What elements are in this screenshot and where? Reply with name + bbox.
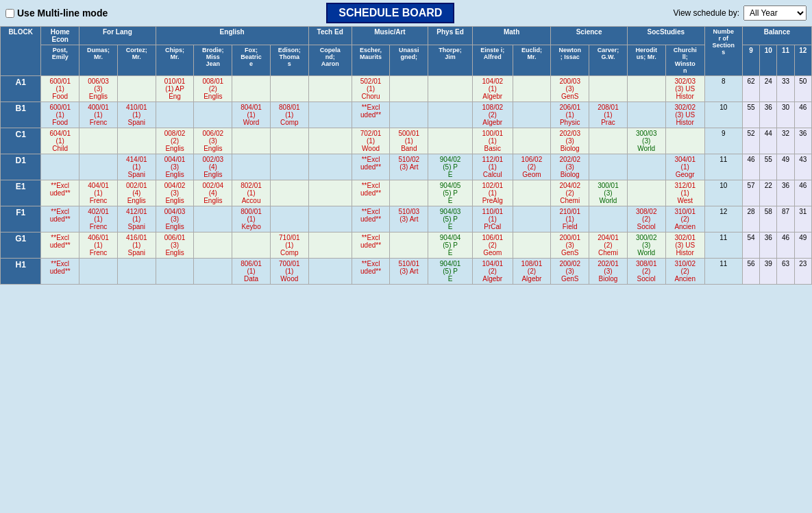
teacher-fox: Fox;Beatrice [232, 45, 271, 76]
table-cell: 802/01(1)Accou [232, 180, 271, 206]
table-cell: 312/01(1)West [665, 180, 704, 206]
table-cell: **Excluded** [352, 180, 390, 206]
table-cell [308, 180, 352, 206]
table-cell [627, 154, 665, 180]
teacher-newton: Newton; Issac [551, 45, 589, 76]
table-cell: 710/01(1)Comp [270, 232, 308, 259]
balance-cell: 46 [742, 154, 759, 180]
table-cell: 200/01(3)GenS [551, 232, 589, 259]
table-cell [308, 154, 352, 180]
table-cell [270, 154, 308, 180]
table-cell: 904/02(5) PE [428, 154, 473, 180]
table-cell [665, 128, 704, 154]
table-cell: **Excluded** [352, 102, 390, 128]
num-sections-cell: 9 [704, 128, 742, 154]
teacher-heroditus: Heroditus; Mr. [627, 45, 665, 76]
table-cell [270, 180, 308, 206]
table-cell: 702/01(1)Wood [352, 128, 390, 154]
balance-cell: 49 [794, 232, 811, 259]
table-cell: 108/02(2)Algebr [472, 102, 513, 128]
table-cell: 202/02(3)Biolog [551, 154, 589, 180]
table-cell: 104/02(1)Algebr [472, 76, 513, 102]
table-cell [589, 206, 628, 232]
table-cell: 108/01(2)Algebr [513, 259, 551, 285]
table-cell [513, 128, 551, 154]
table-cell: 406/01(1)Frenc [79, 232, 118, 259]
table-cell: 600/01(1)Food [41, 102, 79, 128]
bal10-header: 10 [760, 45, 777, 76]
table-cell [270, 128, 308, 154]
table-cell: 204/02(2)Chemi [551, 180, 589, 206]
table-cell: 002/04(4)Englis [194, 180, 232, 206]
schedule-table: BLOCK HomeEcon For Lang English Tech Ed … [0, 26, 812, 285]
table-cell [232, 232, 271, 259]
view-schedule-select[interactable]: All Year Semester 1 Semester 2 [743, 5, 807, 21]
table-cell: 800/01(1)Keybo [232, 206, 271, 232]
table-cell [513, 102, 551, 128]
table-cell: 206/01(1)Physic [551, 102, 589, 128]
balance-cell: 49 [777, 154, 794, 180]
table-cell: 002/03(4)Englis [194, 154, 232, 180]
table-cell [390, 232, 428, 259]
table-cell: 210/01(1)Field [551, 206, 589, 232]
num-sections-cell: 12 [704, 206, 742, 232]
multi-line-checkbox[interactable] [5, 9, 14, 18]
table-cell: 110/01(1)PrCal [472, 206, 513, 232]
table-cell: **Excluded** [41, 232, 79, 259]
table-cell [513, 76, 551, 102]
balance-cell: 36 [794, 128, 811, 154]
teacher-thorpe: Thorpe;Jim [428, 45, 473, 76]
table-row: G1**Excluded**406/01(1)Frenc416/01(1)Spa… [1, 232, 812, 259]
table-cell: 112/01(1)Calcul [472, 154, 513, 180]
top-bar: Use Multi-line mode SCHEDULE BOARD View … [0, 0, 812, 26]
table-cell: **Excluded** [352, 259, 390, 285]
teacher-euclid: Euclid;Mr. [513, 45, 551, 76]
table-cell [194, 102, 232, 128]
block-label: G1 [1, 232, 41, 259]
table-cell [79, 154, 118, 180]
balance-cell: 36 [777, 180, 794, 206]
bal9-header: 9 [742, 45, 759, 76]
table-cell: **Excluded** [41, 180, 79, 206]
balance-cell: 87 [777, 206, 794, 232]
table-cell [308, 259, 352, 285]
table-cell [308, 102, 352, 128]
dept-math: Math [472, 27, 550, 45]
table-cell [308, 76, 352, 102]
table-cell: 700/01(1)Wood [270, 259, 308, 285]
table-cell: 410/01(1)Spani [117, 102, 156, 128]
table-cell: 300/01(3)World [589, 180, 628, 206]
table-cell: 004/01(3)Englis [156, 154, 194, 180]
table-cell: **Excluded** [41, 206, 79, 232]
table-cell: 200/02(3)GenS [551, 259, 589, 285]
teacher-dumas: Dumas;Mr. [79, 45, 118, 76]
table-cell: **Excluded** [41, 259, 79, 285]
table-cell [513, 180, 551, 206]
table-row: A1600/01(1)Food006/03(3)Englis010/01(1) … [1, 76, 812, 102]
table-cell [117, 76, 156, 102]
table-cell: 006/03(3)Englis [79, 76, 118, 102]
dept-english: English [156, 27, 308, 45]
balance-cell: 31 [794, 206, 811, 232]
table-cell: 904/01(5) PE [428, 259, 473, 285]
table-cell: 414/01(1)Spani [117, 154, 156, 180]
block-label: E1 [1, 180, 41, 206]
teacher-edison: Edison;Thomas [270, 45, 308, 76]
table-cell: 010/01(1) APEng [156, 76, 194, 102]
table-cell: 310/02(2)Ancien [665, 259, 704, 285]
balance-cell: 32 [777, 128, 794, 154]
table-cell: 202/03(3)Biolog [551, 128, 589, 154]
table-cell [390, 180, 428, 206]
table-cell: 008/01(2)Englis [194, 76, 232, 102]
num-sections-cell: 11 [704, 259, 742, 285]
teacher-copeland: Copeland;Aaron [308, 45, 352, 76]
block-label: A1 [1, 76, 41, 102]
table-cell [194, 259, 232, 285]
teacher-carver: Carver;G.W. [589, 45, 628, 76]
dept-phys-ed: Phys Ed [428, 27, 473, 45]
block-header: BLOCK [1, 27, 41, 76]
table-cell: **Excluded** [352, 206, 390, 232]
view-schedule-by-label: View schedule by: [673, 8, 739, 18]
table-cell: 302/01(3) USHistor [665, 232, 704, 259]
table-cell: 402/01(1)Frenc [79, 206, 118, 232]
